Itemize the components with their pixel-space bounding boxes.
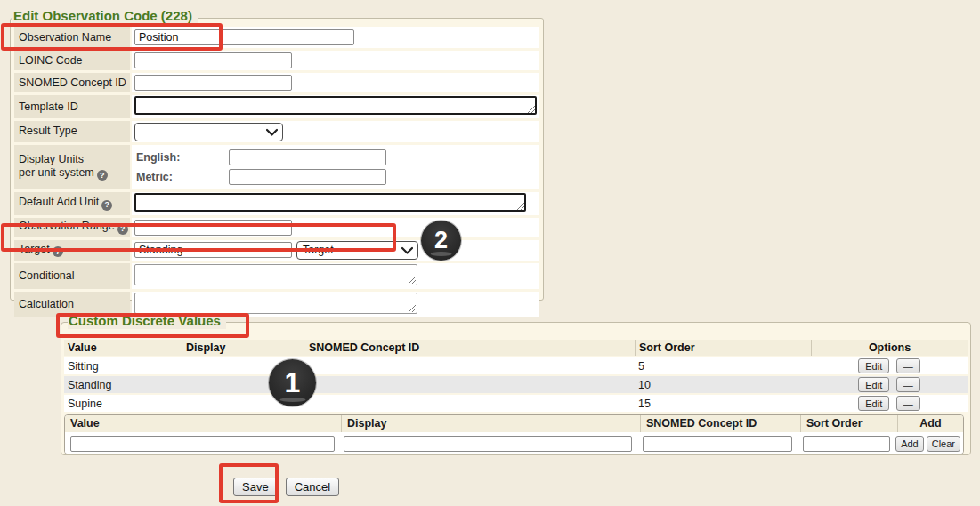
table-row: Standing 10 Edit — bbox=[64, 376, 968, 393]
cell-sort-order: 5 bbox=[635, 357, 811, 374]
observation-range-row: Observation Range? bbox=[14, 218, 539, 237]
table-row: Supine 15 Edit — bbox=[64, 395, 968, 412]
edit-button[interactable]: Edit bbox=[858, 358, 889, 373]
cancel-button[interactable]: Cancel bbox=[286, 478, 339, 496]
english-unit-input[interactable] bbox=[229, 149, 386, 165]
new-display-input[interactable] bbox=[344, 436, 633, 452]
discrete-values-table: Value Display SNOMED Concept ID Sort Ord… bbox=[64, 338, 968, 414]
discrete-values-header-row: Value Display SNOMED Concept ID Sort Ord… bbox=[64, 340, 968, 356]
resize-handle-icon[interactable] bbox=[528, 106, 535, 113]
resize-handle-icon[interactable] bbox=[409, 277, 416, 284]
loinc-code-label: LOINC Code bbox=[14, 51, 130, 70]
new-sort-order-input[interactable] bbox=[803, 436, 890, 452]
calculation-textarea[interactable] bbox=[134, 293, 417, 314]
annotation-badge-1: 1 bbox=[269, 359, 316, 406]
add-column-display: Display bbox=[341, 415, 640, 432]
target-type-select[interactable]: Target bbox=[296, 241, 418, 260]
remove-button[interactable]: — bbox=[896, 358, 920, 373]
loinc-code-row: LOINC Code bbox=[14, 51, 539, 70]
target-type-selected-value: Target bbox=[303, 244, 334, 256]
cell-snomed bbox=[305, 376, 635, 393]
cell-value: Sitting bbox=[64, 357, 182, 374]
add-column-add: Add bbox=[897, 415, 963, 432]
template-id-row: Template ID bbox=[14, 95, 539, 118]
cell-snomed bbox=[305, 357, 635, 374]
observation-range-input[interactable] bbox=[134, 220, 292, 236]
save-button[interactable]: Save bbox=[233, 478, 278, 496]
help-icon[interactable]: ? bbox=[53, 246, 63, 257]
conditional-textarea[interactable] bbox=[134, 264, 417, 285]
add-row-header: Value Display SNOMED Concept ID Sort Ord… bbox=[65, 415, 963, 432]
template-id-textarea[interactable] bbox=[134, 96, 537, 115]
chevron-down-icon bbox=[401, 246, 413, 254]
help-icon[interactable]: ? bbox=[117, 224, 128, 235]
column-header-snomed: SNOMED Concept ID bbox=[305, 340, 635, 356]
edit-button[interactable]: Edit bbox=[858, 396, 889, 411]
form-actions: Save Cancel bbox=[233, 478, 347, 496]
conditional-label: Conditional bbox=[14, 263, 130, 289]
chevron-down-icon bbox=[266, 128, 278, 136]
add-column-snomed: SNOMED Concept ID bbox=[640, 415, 800, 432]
snomed-concept-input[interactable] bbox=[134, 75, 292, 91]
default-add-unit-textarea[interactable] bbox=[134, 193, 526, 212]
metric-unit-input[interactable] bbox=[229, 169, 386, 185]
display-units-label-line1: Display Units bbox=[19, 153, 84, 165]
new-value-input[interactable] bbox=[70, 436, 335, 452]
default-add-unit-label: Default Add Unit bbox=[19, 196, 99, 208]
resize-handle-icon[interactable] bbox=[409, 305, 416, 312]
cell-sort-order: 15 bbox=[635, 395, 811, 412]
observation-name-label: Observation Name bbox=[14, 27, 130, 48]
result-type-label: Result Type bbox=[14, 121, 130, 142]
observation-name-input[interactable] bbox=[134, 29, 354, 45]
result-type-row: Result Type bbox=[14, 121, 539, 142]
new-snomed-input[interactable] bbox=[643, 436, 792, 452]
cell-sort-order: 10 bbox=[635, 376, 811, 393]
add-column-value: Value bbox=[65, 415, 341, 432]
column-header-options: Options bbox=[811, 340, 968, 356]
edit-observation-title: Edit Observation Code (228) bbox=[12, 8, 198, 24]
remove-button[interactable]: — bbox=[896, 396, 920, 411]
cell-value: Standing bbox=[64, 376, 182, 393]
default-add-unit-row: Default Add Unit? bbox=[14, 192, 539, 215]
edit-observation-form: Observation Name LOINC Code SNOMED Conce… bbox=[12, 24, 541, 320]
column-header-sort-order: Sort Order bbox=[635, 340, 811, 356]
observation-range-label: Observation Range bbox=[19, 220, 115, 232]
help-icon[interactable]: ? bbox=[101, 200, 112, 211]
annotation-badge-2: 2 bbox=[421, 221, 461, 261]
add-button[interactable]: Add bbox=[895, 436, 924, 452]
add-discrete-value-panel: Value Display SNOMED Concept ID Sort Ord… bbox=[64, 414, 964, 454]
display-units-label-line2: per unit system bbox=[19, 166, 94, 179]
clear-button[interactable]: Clear bbox=[927, 436, 960, 452]
custom-discrete-values-title: Custom Discrete Values bbox=[68, 313, 226, 329]
template-id-label: Template ID bbox=[14, 95, 130, 118]
loinc-code-input[interactable] bbox=[134, 52, 292, 68]
snomed-concept-row: SNOMED Concept ID bbox=[14, 73, 539, 92]
resize-handle-icon[interactable] bbox=[517, 203, 524, 210]
observation-name-row: Observation Name bbox=[14, 27, 539, 48]
column-header-display: Display bbox=[182, 340, 305, 356]
display-units-row: Display Units per unit system? English: … bbox=[14, 145, 539, 189]
table-row: Sitting 5 Edit — bbox=[64, 357, 968, 374]
snomed-concept-label: SNOMED Concept ID bbox=[14, 73, 130, 92]
help-icon[interactable]: ? bbox=[97, 170, 108, 181]
remove-button[interactable]: — bbox=[896, 377, 920, 392]
cell-value: Supine bbox=[64, 395, 182, 412]
cell-snomed bbox=[305, 395, 635, 412]
target-value-input[interactable] bbox=[134, 242, 292, 258]
target-label: Target bbox=[19, 243, 50, 255]
result-type-select[interactable] bbox=[134, 123, 283, 141]
edit-button[interactable]: Edit bbox=[858, 377, 889, 392]
english-unit-label: English: bbox=[134, 151, 229, 164]
column-header-value: Value bbox=[64, 340, 182, 356]
conditional-row: Conditional bbox=[14, 263, 539, 289]
add-column-sort-order: Sort Order bbox=[800, 415, 897, 432]
metric-unit-label: Metric: bbox=[134, 171, 229, 183]
